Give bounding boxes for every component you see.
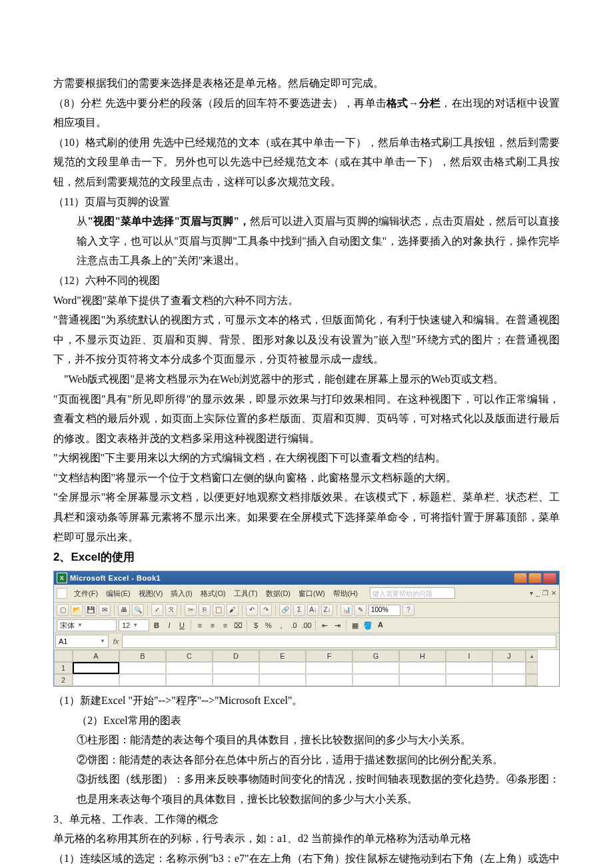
sort-desc-icon[interactable]: Z↓	[321, 604, 333, 616]
scrollbar[interactable]	[526, 674, 538, 686]
cell[interactable]	[306, 674, 352, 686]
cell[interactable]	[119, 674, 166, 686]
col-header[interactable]: C	[166, 650, 213, 662]
cell[interactable]	[399, 662, 446, 674]
dec-dec-icon[interactable]: .00	[301, 620, 312, 631]
bold-icon[interactable]: B	[151, 620, 162, 631]
doc-restore[interactable]: ❐	[542, 587, 548, 600]
cell[interactable]	[259, 662, 306, 674]
doc-minimize2[interactable]: _	[536, 587, 540, 600]
cell[interactable]	[492, 674, 526, 686]
help-icon[interactable]: ?	[402, 604, 414, 616]
sort-asc-icon[interactable]: A↓	[307, 604, 319, 616]
underline-icon[interactable]: U	[177, 620, 187, 631]
percent-icon[interactable]: %	[263, 620, 274, 631]
cell[interactable]	[166, 674, 213, 686]
col-header[interactable]: E	[259, 650, 306, 662]
size-combo[interactable]: 12▼	[119, 619, 149, 631]
cell[interactable]	[119, 662, 166, 674]
align-left-icon[interactable]: ≡	[195, 620, 205, 631]
inc-dec-icon[interactable]: .0	[289, 620, 299, 631]
cell[interactable]	[446, 662, 492, 674]
menu-edit[interactable]: 编辑(E)	[102, 586, 135, 601]
help-search[interactable]: 键入需要帮助的问题	[370, 587, 455, 599]
zoom-combo[interactable]: 100%	[368, 605, 400, 616]
col-header[interactable]: I	[446, 650, 492, 662]
formula-bar[interactable]	[122, 635, 556, 648]
inc-indent-icon[interactable]: ⇥	[332, 620, 342, 631]
cut-icon[interactable]: ✂	[185, 604, 197, 616]
restore-button[interactable]	[528, 573, 542, 583]
spell-icon[interactable]: ✓	[151, 604, 163, 616]
comma-icon[interactable]: ,	[276, 620, 287, 631]
col-header[interactable]: D	[213, 650, 259, 662]
cell[interactable]	[446, 674, 492, 686]
permission-icon[interactable]: ✉	[99, 604, 111, 616]
close-button[interactable]	[543, 573, 556, 583]
autosum-icon[interactable]: Σ	[293, 604, 305, 616]
cell[interactable]	[352, 662, 399, 674]
undo-icon[interactable]: ↶	[246, 604, 258, 616]
cell[interactable]	[306, 662, 352, 674]
menu-insert[interactable]: 插入(I)	[167, 586, 196, 601]
redo-icon[interactable]: ↷	[260, 604, 272, 616]
fx-icon[interactable]: fx	[110, 635, 122, 648]
cell[interactable]	[73, 674, 119, 686]
standard-toolbar: ▢ 📂 💾 ✉ 🖶 🔍 ✓ ℛ ✂ ⎘ 📋 🖌 ↶ ↷ 🔗 Σ A↓ Z↓ 📊	[54, 603, 559, 618]
drawing-icon[interactable]: ✎	[354, 604, 366, 616]
col-header[interactable]: J	[492, 650, 526, 662]
text-block: 单元格的名称用其所在的列标，行号表示，如：a1、d2 当前操作的单元格称为活动单…	[53, 829, 560, 849]
hyperlink-icon[interactable]: 🔗	[279, 604, 291, 616]
borders-icon[interactable]: ▦	[350, 620, 360, 631]
menu-data[interactable]: 数据(D)	[262, 586, 295, 601]
scrollbar[interactable]	[526, 662, 538, 674]
menu-tools[interactable]: 工具(T)	[230, 586, 262, 601]
dec-indent-icon[interactable]: ⇤	[319, 620, 330, 631]
paste-icon[interactable]: 📋	[213, 604, 225, 616]
cell[interactable]	[259, 674, 306, 686]
format-painter-icon[interactable]: 🖌	[227, 604, 239, 616]
cell[interactable]	[399, 674, 446, 686]
print-icon[interactable]: 🖶	[118, 604, 130, 616]
menu-view[interactable]: 视图(V)	[135, 586, 167, 601]
cell[interactable]	[213, 674, 259, 686]
cell[interactable]	[166, 662, 213, 674]
row-header[interactable]: 1	[54, 662, 73, 674]
menu-window[interactable]: 窗口(W)	[295, 586, 329, 601]
doc-minimize[interactable]: ▾	[530, 587, 533, 600]
select-all-corner[interactable]	[54, 650, 73, 662]
currency-icon[interactable]: $	[251, 620, 261, 631]
copy-icon[interactable]: ⎘	[199, 604, 211, 616]
new-icon[interactable]: ▢	[57, 604, 69, 616]
open-icon[interactable]: 📂	[71, 604, 83, 616]
text-block: （2）Excel常用的图表	[53, 711, 560, 731]
preview-icon[interactable]: 🔍	[132, 604, 144, 616]
col-header[interactable]: A	[73, 650, 119, 662]
scroll-up-icon[interactable]: ▴	[526, 650, 538, 662]
align-center-icon[interactable]: ≡	[207, 620, 218, 631]
align-right-icon[interactable]: ≡	[220, 620, 231, 631]
research-icon[interactable]: ℛ	[165, 604, 177, 616]
chart-icon[interactable]: 📊	[340, 604, 352, 616]
font-combo[interactable]: 宋体▼	[57, 619, 117, 631]
col-header[interactable]: B	[119, 650, 166, 662]
font-color-icon[interactable]: A	[375, 620, 386, 631]
cell[interactable]	[352, 674, 399, 686]
cell[interactable]	[213, 662, 259, 674]
doc-close[interactable]: ✕	[551, 587, 556, 600]
cell-a1[interactable]	[73, 662, 119, 674]
menu-format[interactable]: 格式(O)	[197, 586, 230, 601]
menu-help[interactable]: 帮助(H)	[329, 586, 362, 601]
col-header[interactable]: G	[352, 650, 399, 662]
name-box[interactable]: A1▼	[55, 635, 109, 648]
cell[interactable]	[492, 662, 526, 674]
row-header[interactable]: 2	[54, 674, 73, 686]
merge-icon[interactable]: ⌧	[233, 620, 243, 631]
col-header[interactable]: F	[306, 650, 352, 662]
menu-file[interactable]: 文件(F)	[70, 586, 102, 601]
italic-icon[interactable]: I	[164, 620, 175, 631]
save-icon[interactable]: 💾	[85, 604, 97, 616]
fill-color-icon[interactable]: 🪣	[362, 620, 373, 631]
col-header[interactable]: H	[399, 650, 446, 662]
minimize-button[interactable]	[514, 573, 527, 583]
